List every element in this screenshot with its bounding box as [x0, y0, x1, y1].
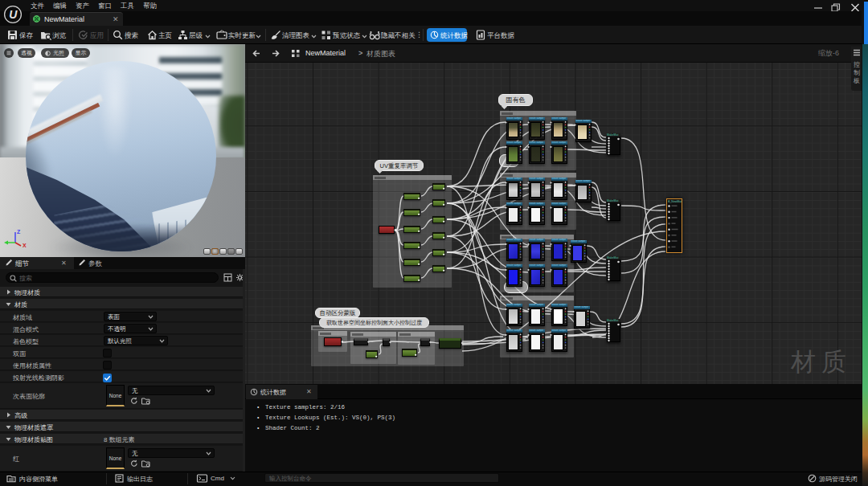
- svg-text:X: X: [23, 243, 27, 248]
- svg-text:U: U: [9, 8, 18, 21]
- svg-text:Z: Z: [17, 229, 21, 235]
